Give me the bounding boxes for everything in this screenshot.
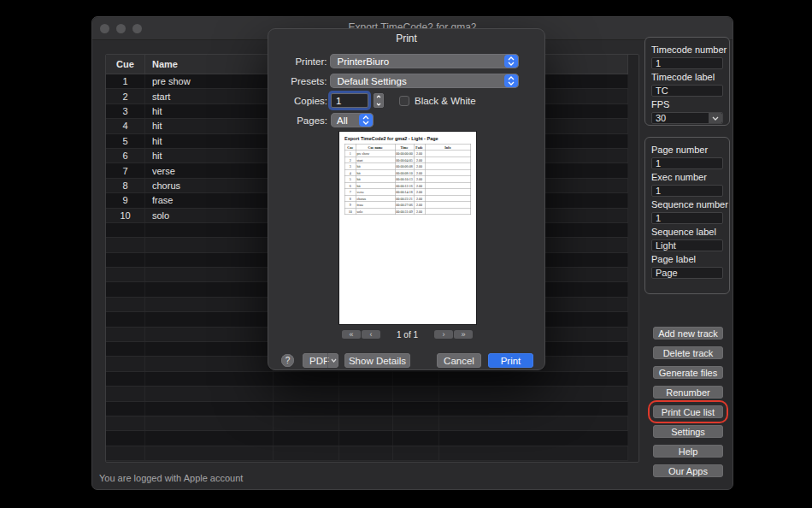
preview-table-row: 9frase00:00:27:062.00 (344, 202, 471, 209)
print-dialog-title: Print (268, 32, 544, 44)
our-apps-button[interactable]: Our Apps (653, 464, 723, 477)
chevron-down-icon (709, 113, 722, 123)
help-button[interactable]: Help (653, 445, 723, 458)
preview-cell: hit (356, 176, 395, 183)
empty-cell (339, 372, 393, 386)
preview-cell: 00:00:31:09 (395, 208, 414, 215)
name-cell: hit (145, 149, 274, 162)
timecode-label-label: Timecode label (651, 72, 723, 82)
help-button[interactable]: ? (281, 354, 294, 367)
question-mark-icon: ? (285, 356, 291, 365)
preview-cell: hit (356, 163, 395, 170)
renumber-button[interactable]: Renumber (653, 386, 723, 399)
empty-cell (274, 372, 339, 386)
page-number-input[interactable]: 1 (651, 157, 723, 169)
preview-cell: 2.00 (414, 189, 425, 196)
cue-cell: 2 (106, 89, 145, 103)
preview-cell (425, 163, 471, 170)
empty-cell (393, 402, 439, 416)
prev-page-button[interactable]: ‹ (362, 330, 380, 339)
cue-cell (106, 282, 145, 296)
preview-cell: 3 (344, 163, 356, 170)
preview-cell: 10 (344, 208, 356, 215)
right-arrow-icon: › (443, 330, 445, 339)
table-row[interactable] (106, 387, 628, 401)
fps-select[interactable]: 30 (651, 112, 723, 124)
name-cell: pre show (145, 74, 274, 88)
preview-table-row: 4hit00:00:08:102.00 (344, 169, 471, 176)
empty-cell (274, 416, 339, 430)
pdf-dropdown[interactable]: PDF (303, 353, 338, 368)
exec-number-input[interactable]: 1 (651, 185, 723, 197)
preview-cell (425, 195, 471, 202)
double-right-arrow-icon: » (461, 330, 465, 339)
black-white-checkbox[interactable] (399, 96, 409, 106)
copies-input[interactable]: 1 (331, 93, 368, 108)
cancel-button[interactable]: Cancel (437, 353, 481, 368)
timecode-label-input[interactable]: TC (651, 85, 723, 97)
presets-dropdown[interactable]: Default Settings (330, 74, 519, 88)
next-page-button[interactable]: › (434, 330, 453, 339)
empty-cell (393, 372, 439, 386)
chevron-down-icon (327, 353, 338, 368)
page-label-input[interactable]: Page (651, 267, 723, 279)
name-cell (145, 238, 274, 251)
column-header-cue: Cue (106, 55, 145, 74)
page-number-label: Page number (651, 145, 723, 155)
preview-cell: chorus (356, 195, 395, 202)
show-details-button[interactable]: Show Details (344, 353, 410, 368)
preview-cell: 00:00:22:21 (395, 195, 414, 202)
empty-cell (439, 402, 628, 416)
app-window: Export TimeCode2 for gma2 Cue Name 1pre … (91, 16, 733, 490)
sequence-label-label: Sequence label (651, 227, 723, 237)
print-button[interactable]: Print (488, 353, 533, 368)
cue-cell: 4 (106, 119, 145, 133)
preview-cell (425, 208, 471, 215)
preview-column-header: Cue name (356, 144, 395, 151)
add-new-track-button[interactable]: Add new track (653, 327, 723, 340)
preview-table-row: 7verse00:00:14:182.00 (344, 189, 471, 196)
preview-cell: start (356, 157, 395, 163)
preview-cell (425, 176, 471, 183)
empty-cell (439, 446, 628, 460)
table-row[interactable] (106, 431, 628, 446)
pages-dropdown[interactable]: All (331, 113, 374, 127)
cue-cell (106, 372, 145, 386)
timecode-number-input[interactable]: 1 (651, 57, 723, 69)
preview-cell: 2.00 (414, 195, 425, 202)
generate-files-button[interactable]: Generate files (653, 366, 723, 379)
sequence-label-input[interactable]: Light (651, 239, 723, 251)
preview-cell: 2.00 (414, 182, 425, 189)
cue-cell (106, 357, 145, 370)
presets-label: Presets: (268, 76, 327, 86)
sequence-number-label: Sequence number (651, 199, 723, 210)
cue-cell (106, 238, 145, 251)
cue-cell (106, 416, 145, 430)
empty-cell (339, 402, 393, 416)
first-page-button[interactable]: « (342, 330, 361, 339)
table-row[interactable] (106, 446, 628, 461)
printer-dropdown[interactable]: PrinterBiuro (330, 54, 519, 68)
empty-cell (393, 387, 439, 400)
table-row[interactable] (106, 402, 628, 416)
name-cell (145, 282, 274, 296)
empty-cell (274, 402, 339, 416)
preview-cell: 1 (344, 151, 356, 157)
name-cell (145, 328, 274, 341)
preview-cell: 00:00:12:16 (395, 182, 414, 189)
cue-cell (106, 312, 145, 326)
sequence-number-input[interactable]: 1 (651, 212, 723, 224)
preview-cell: verse (356, 189, 395, 196)
delete-track-button[interactable]: Delete track (653, 346, 723, 359)
print-cue-list-button[interactable]: Print Cue list (653, 405, 723, 418)
table-row[interactable] (106, 416, 628, 431)
cue-cell (106, 268, 145, 281)
copies-stepper[interactable] (374, 93, 384, 108)
table-row[interactable] (106, 372, 628, 387)
cue-cell (106, 402, 145, 416)
settings-button[interactable]: Settings (653, 425, 723, 438)
copies-label: Copies: (268, 96, 327, 106)
cue-cell: 8 (106, 179, 145, 192)
cue-cell (106, 387, 145, 400)
last-page-button[interactable]: » (454, 330, 473, 339)
